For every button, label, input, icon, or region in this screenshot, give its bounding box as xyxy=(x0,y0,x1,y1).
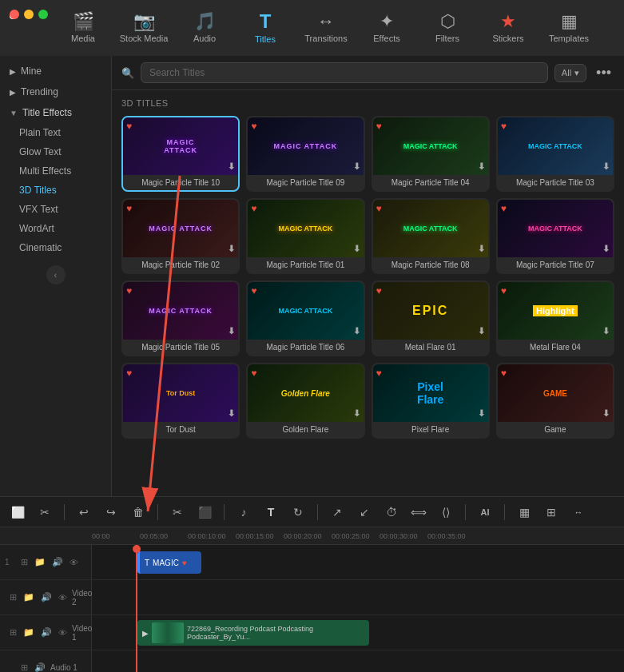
nav-item-stickers[interactable]: ★ Stickers xyxy=(479,4,537,52)
card-heart-icon-5[interactable]: ♥ xyxy=(126,203,132,214)
tb-icon-redo[interactable]: ↪ xyxy=(100,501,122,523)
title-card-3[interactable]: ♥MAGIC ATTACK⬇Magic Particle Title 04 xyxy=(372,116,490,192)
nav-item-audio[interactable]: 🎵 Audio xyxy=(176,4,233,52)
card-heart-icon-10[interactable]: ♥ xyxy=(251,285,256,296)
nav-item-transitions[interactable]: ↔ Transitions xyxy=(297,4,355,52)
title-card-1[interactable]: ♥MAGIC ATTACK⬇Magic Particle Title 10 xyxy=(121,116,240,192)
tb-icon-fit[interactable]: ↔ xyxy=(567,501,590,523)
tb-icon-clip[interactable]: ✂ xyxy=(34,501,56,523)
track-icon-folder-video2[interactable]: 📁 xyxy=(22,590,36,604)
title-card-10[interactable]: ♥MAGIC ATTACK⬇Magic Particle Title 06 xyxy=(246,280,364,356)
card-heart-icon-15[interactable]: ♥ xyxy=(376,368,382,379)
title-card-2[interactable]: ♥MAGIC ATTACK⬇Magic Particle Title 09 xyxy=(246,116,364,192)
title-card-13[interactable]: ♥Tor Dust⬇Tor Dust xyxy=(121,363,240,439)
tb-icon-flip[interactable]: ↙ xyxy=(353,501,376,523)
sidebar-item-mine[interactable]: ▶ Mine xyxy=(0,61,111,82)
sidebar-item-3d-titles[interactable]: 3D Titles xyxy=(0,181,111,200)
card-heart-icon-13[interactable]: ♥ xyxy=(126,368,132,379)
card-heart-icon-4[interactable]: ♥ xyxy=(501,121,507,132)
clip-video[interactable]: ▶ 722869_Recording Podcast Podcasting Po… xyxy=(137,620,369,646)
sidebar-item-plain-text[interactable]: Plain Text xyxy=(0,123,111,142)
track-icon-audio-title[interactable]: 🔊 xyxy=(50,555,65,569)
title-card-8[interactable]: ♥MAGIC ATTACK⬇Magic Particle Title 07 xyxy=(496,198,614,274)
card-heart-icon-7[interactable]: ♥ xyxy=(376,203,382,214)
track-icon-eye-title[interactable]: 👁 xyxy=(68,556,80,569)
ruler-mark-3: 00:00:15:00 xyxy=(236,532,284,540)
tb-icon-crop[interactable]: ⬛ xyxy=(193,501,216,523)
sidebar-item-trending[interactable]: ▶ Trending xyxy=(0,82,111,102)
track-icon-add-video1[interactable]: ⊞ xyxy=(8,626,18,639)
tb-icon-transform[interactable]: ↗ xyxy=(326,501,348,523)
tb-icon-stretch[interactable]: ⟺ xyxy=(407,501,430,523)
card-label-2: Magic Particle Title 09 xyxy=(248,175,363,190)
title-card-5[interactable]: ♥MAGIC ATTACK⬇Magic Particle Title 02 xyxy=(121,198,240,274)
sidebar-item-multi-effects[interactable]: Multi Effects xyxy=(0,161,111,181)
title-card-11[interactable]: ♥EPIC⬇Metal Flare 01 xyxy=(372,280,490,356)
tb-icon-media[interactable]: ⬜ xyxy=(6,501,29,523)
card-heart-icon-2[interactable]: ♥ xyxy=(251,121,256,132)
card-heart-icon-14[interactable]: ♥ xyxy=(251,368,256,379)
title-card-12[interactable]: ♥Highlight⬇Metal Flare 04 xyxy=(496,280,614,356)
track-icon-audio-audio1[interactable]: 🔊 xyxy=(33,661,47,672)
sidebar-item-glow-text[interactable]: Glow Text xyxy=(0,142,111,161)
track-icon-add-title[interactable]: ⊞ xyxy=(19,555,30,569)
sidebar-group-title-effects[interactable]: ▼ Title Effects xyxy=(0,102,111,123)
close-button[interactable] xyxy=(10,10,19,19)
clip-magic[interactable]: T MAGIC ♥ xyxy=(137,551,201,574)
card-heart-icon-8[interactable]: ♥ xyxy=(501,203,507,214)
title-card-15[interactable]: ♥Pixel Flare⬇Pixel Flare xyxy=(372,363,490,439)
sidebar-mine-label: Mine xyxy=(21,66,42,77)
track-icon-folder-title[interactable]: 📁 xyxy=(33,555,47,569)
track-icon-add-audio1[interactable]: ⊞ xyxy=(19,661,30,672)
maximize-button[interactable] xyxy=(38,10,48,19)
nav-item-filters[interactable]: ⬡ Filters xyxy=(419,4,476,52)
nav-item-templates[interactable]: ▦ Templates xyxy=(540,4,598,52)
tb-icon-audio[interactable]: ♪ xyxy=(233,501,255,523)
tb-icon-ai[interactable]: AI xyxy=(474,501,496,523)
tb-icon-split[interactable]: ⟨⟩ xyxy=(435,501,457,523)
title-card-7[interactable]: ♥MAGIC ATTACK⬇Magic Particle Title 08 xyxy=(372,198,490,274)
nav-item-titles[interactable]: T Titles xyxy=(236,4,294,52)
track-icon-audio-video1[interactable]: 🔊 xyxy=(39,626,54,639)
more-options-button[interactable]: ••• xyxy=(593,65,614,82)
sidebar-collapse-button[interactable]: ‹ xyxy=(46,265,66,284)
card-heart-icon-11[interactable]: ♥ xyxy=(376,285,382,296)
card-heart-icon-16[interactable]: ♥ xyxy=(501,368,507,379)
tb-icon-text[interactable]: T xyxy=(260,501,282,523)
effects-icon: ✦ xyxy=(380,13,394,30)
title-card-16[interactable]: ♥GAME⬇Game xyxy=(496,363,614,439)
search-input[interactable] xyxy=(141,62,548,83)
card-heart-icon-12[interactable]: ♥ xyxy=(501,285,507,296)
tb-icon-layout[interactable]: ⊞ xyxy=(540,501,562,523)
tb-icon-timer[interactable]: ⏱ xyxy=(380,501,403,523)
sidebar-item-cinematic[interactable]: Cinematic xyxy=(0,238,111,257)
card-heart-icon-1[interactable]: ♥ xyxy=(126,121,132,132)
tb-separator-3 xyxy=(224,504,225,520)
tb-icon-grid[interactable]: ▦ xyxy=(513,501,535,523)
tb-icon-cut[interactable]: ✂ xyxy=(166,501,189,523)
title-card-4[interactable]: ♥MAGIC ATTACK⬇Magic Particle Title 03 xyxy=(496,116,614,192)
track-icon-eye-video2[interactable]: 👁 xyxy=(57,591,69,604)
filter-dropdown[interactable]: All ▾ xyxy=(554,64,586,82)
clip-video-thumbnail xyxy=(152,622,184,643)
card-heart-icon-3[interactable]: ♥ xyxy=(376,121,382,132)
sidebar-item-wordart[interactable]: WordArt xyxy=(0,219,111,238)
section-label: 3D TITLES xyxy=(121,98,614,108)
tb-icon-delete[interactable]: 🗑 xyxy=(127,501,149,523)
track-icon-eye-video1[interactable]: 👁 xyxy=(57,626,69,639)
card-heart-icon-6[interactable]: ♥ xyxy=(251,203,256,214)
tb-icon-undo[interactable]: ↩ xyxy=(73,501,95,523)
title-card-6[interactable]: ♥MAGIC ATTACK⬇Magic Particle Title 01 xyxy=(246,198,364,274)
title-card-9[interactable]: ♥MAGIC ATTACK⬇Magic Particle Title 05 xyxy=(121,280,240,356)
tb-icon-speed[interactable]: ↻ xyxy=(287,501,309,523)
card-heart-icon-9[interactable]: ♥ xyxy=(126,285,132,296)
track-icon-folder-video1[interactable]: 📁 xyxy=(22,626,36,639)
minimize-button[interactable] xyxy=(24,10,34,19)
nav-item-media[interactable]: 🎬 Media xyxy=(54,4,112,52)
track-icon-add-video2[interactable]: ⊞ xyxy=(8,590,18,604)
nav-item-stock-media[interactable]: 📷 Stock Media xyxy=(115,4,173,52)
sidebar-item-vfx-text[interactable]: VFX Text xyxy=(0,200,111,219)
title-card-14[interactable]: ♥Golden Flare⬇Golden Flare xyxy=(246,363,364,439)
nav-item-effects[interactable]: ✦ Effects xyxy=(358,4,415,52)
track-icon-audio-video2[interactable]: 🔊 xyxy=(39,590,54,604)
